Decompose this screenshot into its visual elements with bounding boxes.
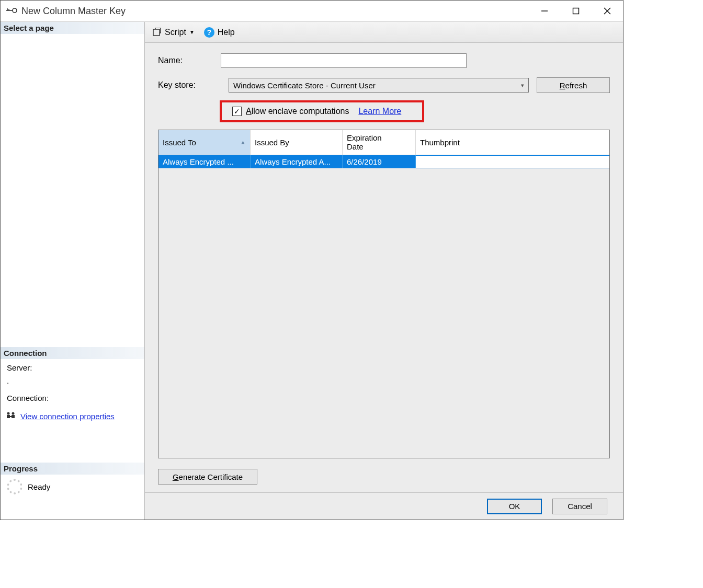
generate-certificate-button[interactable]: Generate Certificate — [158, 469, 257, 485]
grid-body: Always Encrypted ... Always Encrypted A.… — [158, 155, 609, 458]
minimize-button[interactable] — [529, 1, 560, 21]
script-dropdown[interactable]: Script ▼ — [150, 27, 197, 38]
name-label: Name: — [158, 56, 221, 65]
help-button[interactable]: ? Help — [202, 26, 237, 39]
cancel-button[interactable]: Cancel — [552, 499, 607, 514]
progress-status: Ready — [28, 482, 50, 491]
server-label: Server: — [1, 359, 144, 376]
connection-header: Connection — [1, 347, 144, 359]
column-header-thumbprint[interactable]: Thumbprint — [416, 130, 609, 155]
enclave-highlight-box: ✓ Allow enclave computations Learn More — [220, 100, 424, 122]
cell-thumbprint — [416, 155, 609, 168]
allow-enclave-checkbox[interactable]: ✓ Allow enclave computations — [232, 107, 349, 116]
chevron-down-icon: ▾ — [521, 82, 524, 89]
window-title: New Column Master Key — [21, 6, 529, 17]
help-icon: ? — [204, 27, 214, 38]
svg-rect-13 — [153, 29, 160, 36]
toolbar: Script ▼ ? Help — [145, 22, 623, 43]
cell-issued-by: Always Encrypted A... — [251, 155, 343, 168]
dialog-body: Select a page Connection Server: . Conne… — [1, 21, 623, 520]
grid-header: Issued To ▲ Issued By Expiration Date Th… — [158, 130, 609, 155]
dialog-footer: OK Cancel — [145, 492, 623, 520]
cell-expiration-date: 6/26/2019 — [343, 155, 416, 168]
content-area: Name: Key store: Windows Certificate Sto… — [145, 43, 623, 492]
svg-rect-11 — [12, 415, 15, 418]
cell-issued-to: Always Encrypted ... — [158, 155, 251, 168]
learn-more-link[interactable]: Learn More — [358, 107, 401, 116]
main-panel: Script ▼ ? Help Name: Key store: Windows… — [145, 22, 623, 520]
refresh-button[interactable]: Refresh — [537, 77, 610, 93]
sidebar-spacer — [1, 34, 144, 347]
svg-point-0 — [13, 8, 17, 13]
connection-label: Connection: — [1, 389, 144, 407]
column-header-issued-to[interactable]: Issued To ▲ — [158, 130, 251, 155]
connection-properties-icon — [6, 411, 16, 422]
svg-point-8 — [7, 412, 10, 415]
column-header-expiration-date[interactable]: Expiration Date — [343, 130, 416, 155]
generate-certificate-row: Generate Certificate — [158, 469, 610, 485]
svg-point-10 — [12, 412, 15, 415]
view-connection-row: View connection properties — [1, 407, 144, 426]
progress-header: Progress — [1, 463, 144, 475]
key-icon — [6, 7, 17, 16]
progress-spinner-icon — [7, 479, 22, 494]
sort-ascending-icon: ▲ — [240, 139, 246, 145]
table-row[interactable]: Always Encrypted ... Always Encrypted A.… — [158, 155, 609, 168]
svg-rect-5 — [573, 8, 579, 14]
checkbox-icon: ✓ — [232, 107, 242, 116]
certificates-grid[interactable]: Issued To ▲ Issued By Expiration Date Th… — [158, 130, 610, 458]
help-label: Help — [218, 28, 235, 37]
sidebar: Select a page Connection Server: . Conne… — [1, 22, 145, 520]
server-value: . — [1, 376, 144, 389]
key-store-value: Windows Certificate Store - Current User — [233, 81, 376, 90]
column-header-issued-by[interactable]: Issued By — [251, 130, 343, 155]
view-connection-properties-link[interactable]: View connection properties — [20, 412, 115, 421]
maximize-button[interactable] — [560, 1, 592, 21]
title-bar: New Column Master Key — [1, 1, 623, 21]
progress-row: Ready — [1, 475, 144, 499]
name-row: Name: — [158, 53, 610, 68]
select-page-header: Select a page — [1, 22, 144, 34]
dialog-window: New Column Master Key Select a page Conn… — [0, 0, 623, 520]
name-input[interactable] — [221, 53, 467, 68]
chevron-down-icon: ▼ — [189, 29, 195, 35]
script-label: Script — [165, 28, 186, 37]
window-controls — [529, 1, 623, 21]
ok-button[interactable]: OK — [487, 499, 542, 514]
key-store-label: Key store: — [158, 80, 221, 90]
key-store-combobox[interactable]: Windows Certificate Store - Current User… — [229, 78, 529, 93]
close-button[interactable] — [592, 1, 623, 21]
svg-rect-9 — [7, 415, 10, 418]
key-store-row: Key store: Windows Certificate Store - C… — [158, 77, 610, 93]
script-icon — [152, 28, 162, 37]
